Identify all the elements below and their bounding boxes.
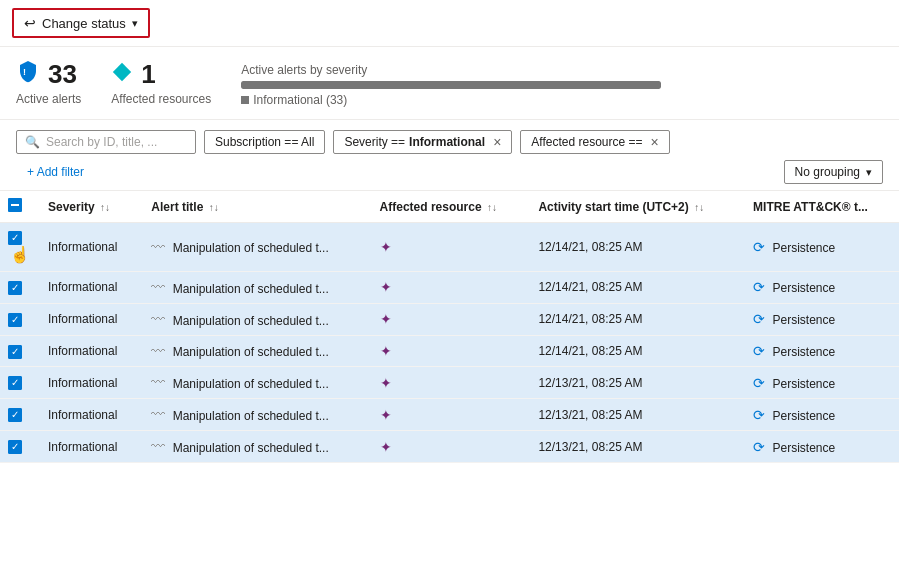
col-header-affected-resource[interactable]: Affected resource ↑↓ [370, 191, 529, 223]
svg-text:!: ! [23, 67, 26, 77]
alert-title-text: Manipulation of scheduled t... [173, 377, 329, 391]
change-status-icon: ↩ [24, 15, 36, 31]
row-alert-title[interactable]: 〰 Manipulation of scheduled t... [141, 303, 369, 335]
mitre-tactic-text: Persistence [772, 281, 835, 295]
row-severity: Informational [38, 367, 141, 399]
row-checkbox[interactable] [8, 440, 22, 454]
table-header-row: Severity ↑↓ Alert title ↑↓ Affected reso… [0, 191, 899, 223]
table-row[interactable]: Informational 〰 Manipulation of schedule… [0, 367, 899, 399]
mitre-sync-icon: ⟳ [753, 239, 765, 255]
row-affected-resource: ✦ [370, 431, 529, 463]
row-checkbox-cell[interactable] [0, 272, 38, 304]
col-header-severity[interactable]: Severity ↑↓ [38, 191, 141, 223]
table-row[interactable]: Informational 〰 Manipulation of schedule… [0, 303, 899, 335]
col-affected-resource-label: Affected resource [380, 200, 482, 214]
grouping-chevron-icon: ▾ [866, 166, 872, 179]
add-filter-button[interactable]: + Add filter [16, 160, 95, 184]
row-mitre: ⟳ Persistence [743, 399, 899, 431]
row-mitre: ⟳ Persistence [743, 223, 899, 272]
row-checkbox-cell[interactable] [0, 431, 38, 463]
row-severity: Informational [38, 335, 141, 367]
table-row[interactable]: Informational 〰 Manipulation of schedule… [0, 431, 899, 463]
mitre-tactic-text: Persistence [772, 377, 835, 391]
mitre-tactic-text: Persistence [772, 345, 835, 359]
select-all-header[interactable] [0, 191, 38, 223]
row-severity: Informational [38, 399, 141, 431]
col-header-activity-start-time[interactable]: Activity start time (UTC+2) ↑↓ [528, 191, 743, 223]
row-affected-resource: ✦ [370, 399, 529, 431]
change-status-button[interactable]: ↩ Change status ▾ [12, 8, 150, 38]
affected-resource-filter-chip[interactable]: Affected resource == × [520, 130, 669, 154]
alert-waveform-icon: 〰 [151, 343, 165, 359]
row-activity-start-time: 12/13/21, 08:25 AM [528, 399, 743, 431]
row-activity-start-time: 12/14/21, 08:25 AM [528, 272, 743, 304]
svg-marker-1 [113, 63, 131, 81]
row-alert-title[interactable]: 〰 Manipulation of scheduled t... [141, 367, 369, 399]
mitre-tactic-text: Persistence [772, 441, 835, 455]
row-checkbox[interactable] [8, 376, 22, 390]
row-alert-title[interactable]: 〰 Manipulation of scheduled t... [141, 335, 369, 367]
row-severity: Informational [38, 303, 141, 335]
row-alert-title[interactable]: 〰 Manipulation of scheduled t... [141, 272, 369, 304]
row-affected-resource: ✦ [370, 335, 529, 367]
table-row[interactable]: Informational 〰 Manipulation of schedule… [0, 399, 899, 431]
alert-waveform-icon: 〰 [151, 374, 165, 390]
resource-dots-icon: ✦ [380, 239, 392, 255]
affected-resources-count: 1 [141, 59, 155, 90]
row-severity: Informational [38, 272, 141, 304]
resource-dots-icon: ✦ [380, 375, 392, 391]
row-checkbox[interactable] [8, 231, 22, 245]
col-severity-label: Severity [48, 200, 95, 214]
row-checkbox-cell[interactable] [0, 335, 38, 367]
row-mitre: ⟳ Persistence [743, 335, 899, 367]
diamond-icon [111, 59, 133, 90]
row-checkbox[interactable] [8, 408, 22, 422]
row-checkbox-cell[interactable] [0, 399, 38, 431]
search-icon: 🔍 [25, 135, 40, 149]
col-activity-start-time-label: Activity start time (UTC+2) [538, 200, 688, 214]
affected-resources-label: Affected resources [111, 92, 211, 106]
sort-severity-icon: ↑↓ [100, 202, 110, 213]
row-affected-resource: ✦ [370, 272, 529, 304]
search-box[interactable]: 🔍 Search by ID, title, ... [16, 130, 196, 154]
mitre-sync-icon: ⟳ [753, 439, 765, 455]
row-checkbox[interactable] [8, 345, 22, 359]
row-mitre: ⟳ Persistence [743, 367, 899, 399]
subscription-filter-label: Subscription == All [215, 135, 314, 149]
table-row[interactable]: Informational 〰 Manipulation of schedule… [0, 335, 899, 367]
cursor-indicator: ☝ [10, 245, 30, 264]
col-header-alert-title[interactable]: Alert title ↑↓ [141, 191, 369, 223]
col-mitre-label: MITRE ATT&CK® t... [753, 200, 868, 214]
row-affected-resource: ✦ [370, 223, 529, 272]
subscription-filter-chip[interactable]: Subscription == All [204, 130, 325, 154]
grouping-dropdown[interactable]: No grouping ▾ [784, 160, 883, 184]
row-checkbox[interactable] [8, 281, 22, 295]
grouping-label: No grouping [795, 165, 860, 179]
row-alert-title[interactable]: 〰 Manipulation of scheduled t... [141, 223, 369, 272]
affected-resource-filter-close-icon[interactable]: × [651, 135, 659, 149]
severity-filter-close-icon[interactable]: × [493, 135, 501, 149]
row-checkbox[interactable] [8, 313, 22, 327]
row-checkbox-cell[interactable] [0, 367, 38, 399]
row-alert-title[interactable]: 〰 Manipulation of scheduled t... [141, 399, 369, 431]
row-alert-title[interactable]: 〰 Manipulation of scheduled t... [141, 431, 369, 463]
mitre-tactic-text: Persistence [772, 409, 835, 423]
bar-fill [241, 81, 661, 89]
row-affected-resource: ✦ [370, 303, 529, 335]
alerts-table: Severity ↑↓ Alert title ↑↓ Affected reso… [0, 191, 899, 463]
severity-filter-prefix: Severity == [344, 135, 405, 149]
severity-filter-chip[interactable]: Severity == Informational × [333, 130, 512, 154]
affected-resource-filter-label: Affected resource == [531, 135, 642, 149]
active-alerts-count: 33 [48, 59, 77, 90]
mitre-tactic-text: Persistence [772, 241, 835, 255]
alert-title-text: Manipulation of scheduled t... [173, 282, 329, 296]
alert-waveform-icon: 〰 [151, 311, 165, 327]
severity-filter-value: Informational [409, 135, 485, 149]
table-row[interactable]: ☝ Informational 〰 Manipulation of schedu… [0, 223, 899, 272]
resource-dots-icon: ✦ [380, 407, 392, 423]
row-checkbox-cell[interactable] [0, 303, 38, 335]
table-row[interactable]: Informational 〰 Manipulation of schedule… [0, 272, 899, 304]
select-all-checkbox[interactable] [8, 198, 22, 212]
mitre-tactic-text: Persistence [772, 313, 835, 327]
row-checkbox-cell[interactable]: ☝ [0, 223, 38, 272]
